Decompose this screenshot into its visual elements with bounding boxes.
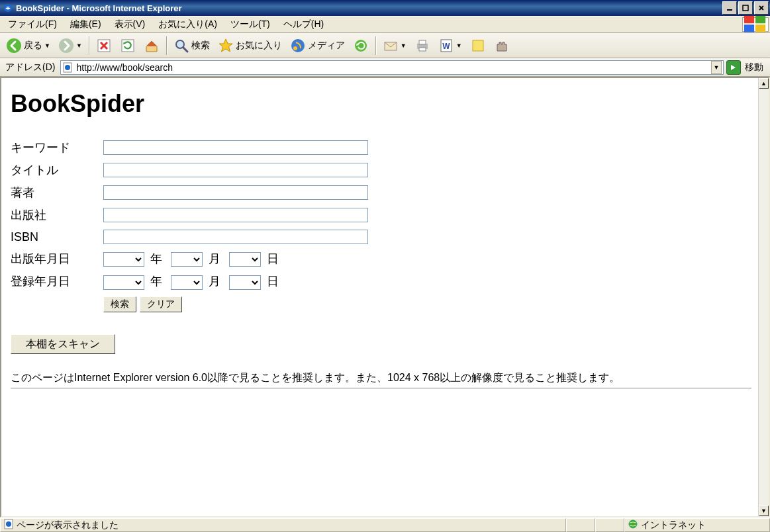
menu-tools[interactable]: ツール(T) [224, 17, 277, 32]
address-dropdown-arrow[interactable]: ▼ [711, 61, 722, 74]
dropdown-arrow-icon: ▼ [44, 42, 50, 49]
search-submit-button[interactable]: 検索 [103, 296, 136, 312]
status-message: ページが表示されました [17, 519, 119, 531]
go-button[interactable] [726, 60, 741, 75]
separator [166, 36, 167, 55]
back-icon [6, 38, 22, 54]
status-bar: ページが表示されました イントラネット [0, 517, 770, 532]
media-button[interactable]: メディア [287, 36, 348, 56]
toolbar: 戻る ▼ ▼ 検索 お気に入り [0, 33, 770, 58]
scroll-up-arrow[interactable]: ▲ [759, 78, 769, 89]
search-form: キーワード タイトル 著者 出版社 ISBN 出版年月日 [11, 136, 372, 316]
unit-month: 月 [206, 275, 226, 288]
home-icon [144, 38, 160, 54]
zone-icon [628, 519, 638, 531]
refresh-icon [120, 38, 136, 54]
menu-view[interactable]: 表示(V) [108, 17, 152, 32]
media-label: メディア [308, 40, 345, 52]
select-pub-year[interactable] [103, 252, 144, 267]
page-icon [62, 62, 73, 73]
dropdown-arrow-icon: ▼ [401, 42, 407, 49]
select-pub-day[interactable] [229, 252, 261, 267]
input-author[interactable] [103, 185, 368, 200]
home-button[interactable] [140, 36, 163, 56]
unit-day: 日 [264, 275, 284, 288]
select-pub-month[interactable] [171, 252, 203, 267]
back-label: 戻る [24, 40, 42, 52]
svg-rect-6 [755, 24, 765, 32]
forward-icon [58, 38, 74, 54]
window-minimize-button[interactable] [722, 1, 737, 15]
menu-help[interactable]: ヘルプ(H) [277, 17, 330, 32]
search-button[interactable]: 検索 [170, 36, 213, 56]
zone-label: イントラネット [641, 519, 706, 531]
svg-rect-4 [755, 16, 765, 23]
select-reg-year[interactable] [103, 275, 144, 290]
clear-button[interactable]: クリア [140, 296, 182, 312]
mail-button[interactable]: ▼ [379, 36, 410, 56]
security-zone-panel: イントラネット [624, 518, 770, 532]
input-publisher[interactable] [103, 208, 368, 222]
input-keyword[interactable] [103, 140, 368, 155]
ie-logo-icon [3, 3, 13, 13]
separator [89, 36, 89, 55]
address-input[interactable] [75, 62, 711, 73]
stop-button[interactable] [93, 36, 115, 56]
dropdown-arrow-icon: ▼ [456, 42, 462, 49]
window-maximize-button[interactable] [738, 1, 753, 15]
select-reg-month[interactable] [171, 275, 203, 290]
input-title[interactable] [103, 163, 368, 177]
svg-point-25 [6, 521, 11, 527]
label-isbn: ISBN [11, 226, 103, 247]
discuss-button[interactable] [467, 36, 489, 56]
window-titlebar: BookSpider - Microsoft Internet Explorer [0, 0, 770, 16]
label-regdate: 登録年月日 [11, 270, 103, 292]
menu-file[interactable]: ファイル(F) [1, 17, 64, 32]
go-label: 移動 [744, 62, 767, 73]
favorites-button[interactable]: お気に入り [215, 36, 285, 56]
svg-rect-2 [743, 5, 748, 11]
forward-button[interactable]: ▼ [55, 36, 85, 56]
favorites-label: お気に入り [236, 40, 282, 52]
scroll-down-arrow[interactable]: ▼ [759, 506, 769, 516]
media-icon [290, 38, 306, 54]
ie-page-icon [3, 519, 14, 531]
history-button[interactable] [350, 36, 372, 56]
svg-rect-17 [419, 40, 426, 44]
extra-tool-button[interactable] [491, 36, 513, 56]
label-publisher: 出版社 [11, 204, 103, 226]
search-icon [173, 38, 189, 54]
print-button[interactable] [411, 36, 434, 56]
address-bar: アドレス(D) ▼ 移動 [0, 58, 770, 77]
mail-icon [383, 38, 399, 54]
select-reg-day[interactable] [229, 275, 261, 290]
label-pubdate: 出版年月日 [11, 247, 103, 270]
back-button[interactable]: 戻る ▼ [3, 36, 54, 56]
windows-flag-icon [742, 17, 769, 32]
unit-day: 日 [264, 252, 284, 265]
label-title: タイトル [11, 159, 103, 181]
svg-point-12 [291, 39, 305, 52]
unit-month: 月 [206, 252, 226, 265]
castle-icon [494, 38, 510, 54]
vertical-scrollbar[interactable]: ▲ ▼ [758, 78, 769, 516]
address-combo[interactable]: ▼ [60, 60, 724, 75]
menu-edit[interactable]: 編集(E) [64, 17, 108, 32]
refresh-button[interactable] [117, 36, 139, 56]
scan-shelf-button[interactable]: 本棚をスキャン [11, 334, 115, 354]
content-viewport: BookSpider キーワード タイトル 著者 出版社 ISBN [0, 77, 770, 517]
menu-bar: ファイル(F) 編集(E) 表示(V) お気に入り(A) ツール(T) ヘルプ(… [0, 16, 770, 33]
scroll-track[interactable] [759, 89, 769, 506]
menu-fav[interactable]: お気に入り(A) [152, 17, 224, 32]
input-isbn[interactable] [103, 230, 368, 244]
print-icon [414, 38, 430, 54]
label-author: 著者 [11, 181, 103, 204]
address-label: アドレス(D) [3, 62, 58, 73]
window-close-button[interactable] [754, 1, 769, 15]
svg-point-23 [65, 65, 70, 70]
svg-point-8 [59, 38, 73, 53]
edit-button[interactable]: W ▼ [435, 36, 465, 56]
svg-rect-21 [473, 40, 483, 51]
status-message-panel: ページが表示されました [0, 518, 566, 532]
search-label: 検索 [191, 40, 210, 52]
